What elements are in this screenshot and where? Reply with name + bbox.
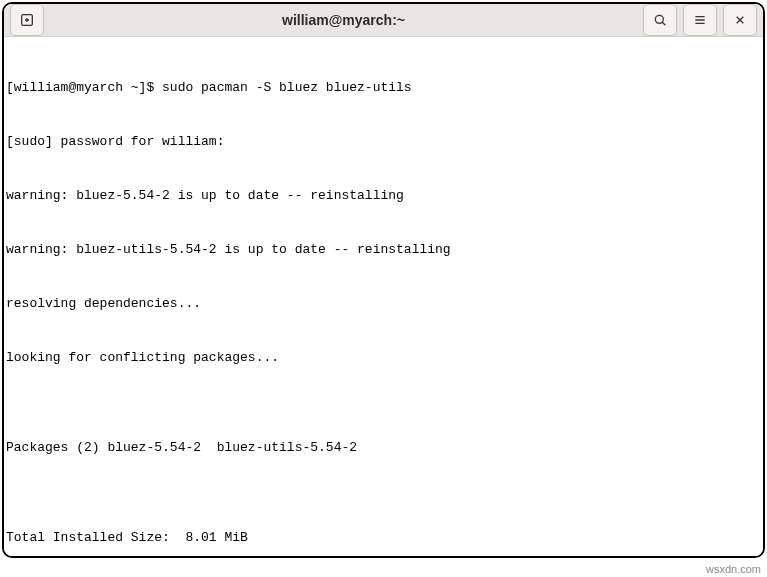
titlebar-left-group (10, 4, 44, 36)
terminal-output-line: Packages (2) bluez-5.54-2 bluez-utils-5.… (6, 439, 761, 457)
close-button[interactable] (723, 4, 757, 36)
search-icon (652, 12, 668, 28)
terminal-output-line: warning: bluez-utils-5.54-2 is up to dat… (6, 241, 761, 259)
svg-line-4 (662, 22, 665, 25)
search-button[interactable] (643, 4, 677, 36)
terminal-output-line: looking for conflicting packages... (6, 349, 761, 367)
terminal-command: sudo pacman -S bluez bluez-utils (162, 80, 412, 95)
titlebar-right-group (643, 4, 757, 36)
terminal-output-line: [sudo] password for william: (6, 133, 761, 151)
terminal-command-line: [william@myarch ~]$ sudo pacman -S bluez… (6, 79, 761, 97)
titlebar: william@myarch:~ (4, 4, 763, 37)
menu-button[interactable] (683, 4, 717, 36)
terminal-output-line: resolving dependencies... (6, 295, 761, 313)
close-icon (732, 12, 748, 28)
new-tab-icon (19, 12, 35, 28)
terminal-area[interactable]: [william@myarch ~]$ sudo pacman -S bluez… (4, 37, 763, 558)
terminal-window: william@myarch:~ (2, 2, 765, 558)
watermark-text: wsxdn.com (706, 563, 761, 575)
hamburger-icon (692, 12, 708, 28)
window-title: william@myarch:~ (44, 12, 643, 28)
svg-point-3 (655, 15, 663, 23)
new-tab-button[interactable] (10, 4, 44, 36)
terminal-prompt: [william@myarch ~]$ (6, 80, 162, 95)
terminal-output-line: Total Installed Size: 8.01 MiB (6, 529, 761, 547)
terminal-output-line: warning: bluez-5.54-2 is up to date -- r… (6, 187, 761, 205)
